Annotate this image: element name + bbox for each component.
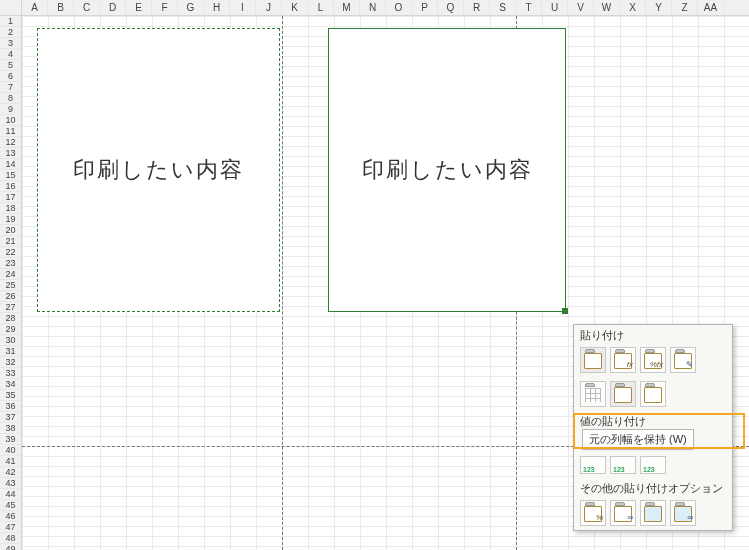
row-header[interactable]: 35: [0, 390, 21, 401]
column-header[interactable]: H: [204, 0, 230, 15]
column-header[interactable]: F: [152, 0, 178, 15]
paste-no-borders-icon[interactable]: [580, 381, 606, 407]
paste-all-icon[interactable]: [580, 347, 606, 373]
row-header[interactable]: 45: [0, 500, 21, 511]
column-header[interactable]: AA: [698, 0, 724, 15]
row-header[interactable]: 20: [0, 225, 21, 236]
row-header[interactable]: 48: [0, 533, 21, 544]
column-header[interactable]: S: [490, 0, 516, 15]
row-header[interactable]: 18: [0, 203, 21, 214]
row-header[interactable]: 23: [0, 258, 21, 269]
column-header[interactable]: R: [464, 0, 490, 15]
row-header[interactable]: 36: [0, 401, 21, 412]
column-header[interactable]: I: [230, 0, 256, 15]
row-header[interactable]: 43: [0, 478, 21, 489]
row-header[interactable]: 26: [0, 291, 21, 302]
column-header[interactable]: G: [178, 0, 204, 15]
row-header[interactable]: 25: [0, 280, 21, 291]
fill-handle[interactable]: [562, 308, 568, 314]
row-header[interactable]: 22: [0, 247, 21, 258]
paste-formatting-icon[interactable]: %: [580, 500, 606, 526]
paste-values-number-format-icon[interactable]: 123: [610, 456, 636, 474]
paste-keep-column-width-icon[interactable]: [610, 381, 636, 407]
row-header[interactable]: 9: [0, 104, 21, 115]
row-header[interactable]: 39: [0, 434, 21, 445]
row-header[interactable]: 16: [0, 181, 21, 192]
column-header[interactable]: K: [282, 0, 308, 15]
column-header[interactable]: D: [100, 0, 126, 15]
row-header[interactable]: 33: [0, 368, 21, 379]
row-header[interactable]: 49: [0, 544, 21, 550]
paste-row-2: [574, 377, 732, 411]
paste-linked-picture-icon[interactable]: ∞: [670, 500, 696, 526]
paste-values-icon[interactable]: 123: [580, 456, 606, 474]
paste-link-icon[interactable]: ∞: [610, 500, 636, 526]
column-header[interactable]: X: [620, 0, 646, 15]
row-header[interactable]: 10: [0, 115, 21, 126]
row-header[interactable]: 40: [0, 445, 21, 456]
column-header[interactable]: Z: [672, 0, 698, 15]
row-header[interactable]: 38: [0, 423, 21, 434]
row-header[interactable]: 21: [0, 236, 21, 247]
paste-other-row: % ∞ ∞: [574, 496, 732, 530]
row-header[interactable]: 19: [0, 214, 21, 225]
row-header[interactable]: 28: [0, 313, 21, 324]
row-header[interactable]: 44: [0, 489, 21, 500]
paste-picture-icon[interactable]: [640, 500, 666, 526]
row-header[interactable]: 32: [0, 357, 21, 368]
row-header[interactable]: 3: [0, 38, 21, 49]
column-header[interactable]: A: [22, 0, 48, 15]
row-header[interactable]: 37: [0, 412, 21, 423]
paste-transpose-icon[interactable]: [640, 381, 666, 407]
row-header[interactable]: 8: [0, 93, 21, 104]
row-header[interactable]: 29: [0, 324, 21, 335]
row-header[interactable]: 11: [0, 126, 21, 137]
column-header[interactable]: M: [334, 0, 360, 15]
row-header[interactable]: 12: [0, 137, 21, 148]
source-content-text: 印刷したい内容: [73, 155, 244, 185]
paste-row-1: fx %fx ✎: [574, 343, 732, 377]
column-header[interactable]: U: [542, 0, 568, 15]
row-header[interactable]: 13: [0, 148, 21, 159]
select-all-corner[interactable]: [0, 0, 22, 15]
row-header[interactable]: 31: [0, 346, 21, 357]
tooltip-area: 元の列幅を保持 (W): [574, 427, 732, 452]
column-header[interactable]: L: [308, 0, 334, 15]
column-header[interactable]: E: [126, 0, 152, 15]
row-header[interactable]: 42: [0, 467, 21, 478]
paste-values-source-format-icon[interactable]: 123: [640, 456, 666, 474]
row-header[interactable]: 27: [0, 302, 21, 313]
row-header[interactable]: 24: [0, 269, 21, 280]
column-header[interactable]: V: [568, 0, 594, 15]
row-header[interactable]: 2: [0, 27, 21, 38]
worksheet: ABCDEFGHIJKLMNOPQRSTUVWXYZAA 12345678910…: [0, 0, 749, 550]
column-header[interactable]: Q: [438, 0, 464, 15]
row-header[interactable]: 1: [0, 16, 21, 27]
row-header[interactable]: 14: [0, 159, 21, 170]
column-header[interactable]: N: [360, 0, 386, 15]
column-header[interactable]: Y: [646, 0, 672, 15]
paste-formulas-number-format-icon[interactable]: %fx: [640, 347, 666, 373]
column-header[interactable]: J: [256, 0, 282, 15]
row-header[interactable]: 5: [0, 60, 21, 71]
paste-keep-source-format-icon[interactable]: ✎: [670, 347, 696, 373]
row-header[interactable]: 6: [0, 71, 21, 82]
column-header[interactable]: O: [386, 0, 412, 15]
row-header[interactable]: 4: [0, 49, 21, 60]
column-header[interactable]: C: [74, 0, 100, 15]
column-header[interactable]: T: [516, 0, 542, 15]
paste-other-section-title: その他の貼り付けオプション: [574, 478, 732, 496]
row-headers: 1234567891011121314151617181920212223242…: [0, 16, 22, 550]
row-header[interactable]: 17: [0, 192, 21, 203]
column-header[interactable]: W: [594, 0, 620, 15]
row-header[interactable]: 34: [0, 379, 21, 390]
column-header[interactable]: B: [48, 0, 74, 15]
row-header[interactable]: 7: [0, 82, 21, 93]
row-header[interactable]: 15: [0, 170, 21, 181]
row-header[interactable]: 41: [0, 456, 21, 467]
row-header[interactable]: 46: [0, 511, 21, 522]
row-header[interactable]: 30: [0, 335, 21, 346]
paste-formulas-icon[interactable]: fx: [610, 347, 636, 373]
column-header[interactable]: P: [412, 0, 438, 15]
row-header[interactable]: 47: [0, 522, 21, 533]
